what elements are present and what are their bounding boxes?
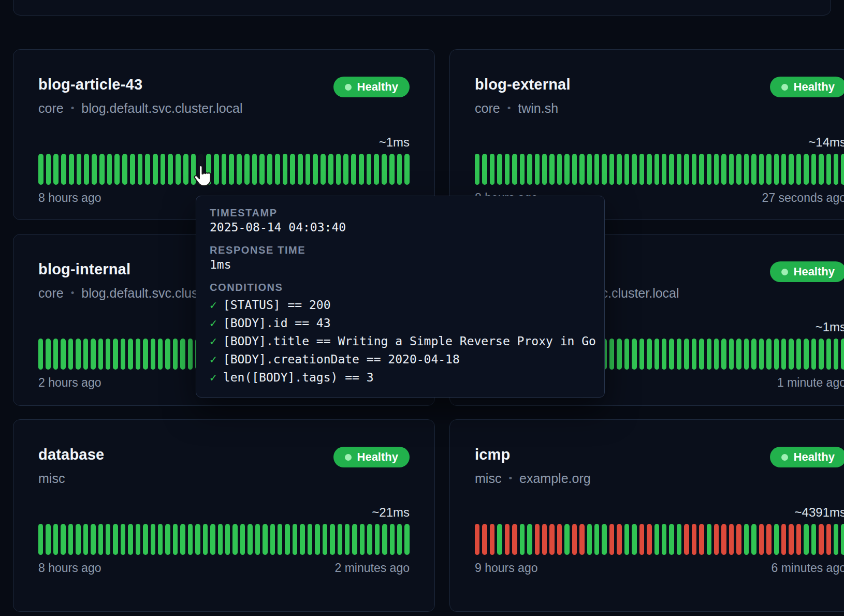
- uptime-bar[interactable]: [68, 339, 73, 370]
- uptime-bar[interactable]: [113, 524, 118, 555]
- uptime-bar[interactable]: [811, 524, 816, 555]
- uptime-bar[interactable]: [298, 154, 303, 185]
- uptime-bar[interactable]: [225, 524, 230, 555]
- uptime-bar[interactable]: [654, 154, 659, 185]
- uptime-bar[interactable]: [497, 524, 502, 555]
- uptime-bar[interactable]: [38, 154, 43, 185]
- uptime-bar[interactable]: [662, 339, 666, 370]
- uptime-bar[interactable]: [482, 154, 487, 185]
- uptime-bar[interactable]: [781, 154, 786, 185]
- uptime-bar[interactable]: [572, 524, 577, 555]
- uptime-bar[interactable]: [542, 524, 547, 555]
- uptime-bar[interactable]: [632, 154, 636, 185]
- uptime-bar[interactable]: [789, 339, 793, 370]
- uptime-bar[interactable]: [587, 524, 592, 555]
- uptime-bar[interactable]: [38, 524, 43, 555]
- uptime-bar[interactable]: [520, 154, 525, 185]
- uptime-bar[interactable]: [811, 339, 816, 370]
- uptime-bar[interactable]: [390, 524, 395, 555]
- uptime-bar[interactable]: [343, 154, 348, 185]
- uptime-bar[interactable]: [180, 524, 185, 555]
- uptime-bar[interactable]: [647, 154, 651, 185]
- uptime-bar[interactable]: [275, 154, 280, 185]
- uptime-bar[interactable]: [267, 154, 272, 185]
- uptime-bar[interactable]: [826, 524, 831, 555]
- uptime-bar[interactable]: [744, 154, 749, 185]
- uptime-bar[interactable]: [145, 154, 150, 185]
- uptime-bar[interactable]: [98, 524, 103, 555]
- uptime-bar[interactable]: [639, 154, 644, 185]
- uptime-bar[interactable]: [819, 524, 823, 555]
- uptime-bar[interactable]: [151, 524, 155, 555]
- uptime-bar[interactable]: [736, 154, 741, 185]
- uptime-bar[interactable]: [707, 339, 711, 370]
- uptime-bar[interactable]: [594, 524, 599, 555]
- uptime-bar[interactable]: [789, 154, 793, 185]
- uptime-bar[interactable]: [68, 524, 73, 555]
- uptime-bar[interactable]: [255, 524, 260, 555]
- uptime-bar[interactable]: [165, 339, 170, 370]
- uptime-bar[interactable]: [609, 154, 614, 185]
- uptime-bar[interactable]: [841, 524, 844, 555]
- uptime-bar[interactable]: [143, 524, 148, 555]
- uptime-bar[interactable]: [557, 524, 562, 555]
- uptime-bar[interactable]: [165, 524, 170, 555]
- uptime-bar[interactable]: [759, 154, 764, 185]
- uptime-bar[interactable]: [168, 154, 173, 185]
- uptime-bar[interactable]: [404, 154, 410, 185]
- uptime-bar[interactable]: [572, 154, 577, 185]
- uptime-bar[interactable]: [781, 339, 786, 370]
- uptime-bar[interactable]: [259, 154, 265, 185]
- uptime-bar[interactable]: [527, 524, 532, 555]
- uptime-bar[interactable]: [244, 154, 250, 185]
- uptime-bar[interactable]: [76, 339, 80, 370]
- uptime-bar[interactable]: [53, 154, 59, 185]
- uptime-bar[interactable]: [699, 339, 704, 370]
- uptime-bar[interactable]: [130, 154, 135, 185]
- uptime-bar[interactable]: [692, 154, 696, 185]
- uptime-bar[interactable]: [121, 339, 125, 370]
- uptime-bar[interactable]: [736, 339, 741, 370]
- uptime-bar[interactable]: [69, 154, 74, 185]
- uptime-bar[interactable]: [240, 524, 245, 555]
- uptime-bar[interactable]: [662, 524, 666, 555]
- uptime-bar[interactable]: [270, 524, 275, 555]
- uptime-bar[interactable]: [834, 339, 838, 370]
- uptime-bar[interactable]: [804, 339, 808, 370]
- uptime-bar[interactable]: [360, 524, 365, 555]
- uptime-bar[interactable]: [505, 524, 510, 555]
- uptime-bar[interactable]: [766, 524, 771, 555]
- uptime-bar[interactable]: [91, 524, 95, 555]
- uptime-bar[interactable]: [237, 154, 242, 185]
- uptime-bar[interactable]: [736, 524, 741, 555]
- uptime-bar[interactable]: [819, 154, 823, 185]
- uptime-bar[interactable]: [321, 154, 326, 185]
- uptime-bar[interactable]: [811, 154, 816, 185]
- uptime-bar[interactable]: [382, 524, 387, 555]
- uptime-bar[interactable]: [647, 339, 651, 370]
- uptime-bar[interactable]: [218, 524, 223, 555]
- uptime-bar[interactable]: [122, 154, 127, 185]
- uptime-bar[interactable]: [330, 524, 334, 555]
- uptime-bar[interactable]: [804, 524, 808, 555]
- uptime-bar[interactable]: [624, 524, 629, 555]
- uptime-bar[interactable]: [397, 524, 402, 555]
- uptime-bar[interactable]: [579, 154, 584, 185]
- uptime-bar[interactable]: [338, 524, 342, 555]
- uptime-bar[interactable]: [180, 339, 185, 370]
- uptime-bar[interactable]: [549, 154, 554, 185]
- uptime-bar[interactable]: [714, 154, 719, 185]
- uptime-bar[interactable]: [173, 339, 178, 370]
- uptime-bar[interactable]: [744, 524, 749, 555]
- uptime-bar[interactable]: [624, 154, 629, 185]
- uptime-bar[interactable]: [632, 339, 636, 370]
- uptime-bar[interactable]: [128, 339, 133, 370]
- uptime-bar[interactable]: [714, 339, 719, 370]
- service-card-database[interactable]: database misc • Healthy ~21ms 8 hours ag…: [13, 419, 435, 612]
- uptime-bar[interactable]: [214, 154, 219, 185]
- uptime-bar[interactable]: [520, 524, 525, 555]
- uptime-bar[interactable]: [293, 524, 297, 555]
- uptime-bar[interactable]: [121, 524, 125, 555]
- uptime-bar[interactable]: [76, 524, 80, 555]
- uptime-bar[interactable]: [92, 154, 97, 185]
